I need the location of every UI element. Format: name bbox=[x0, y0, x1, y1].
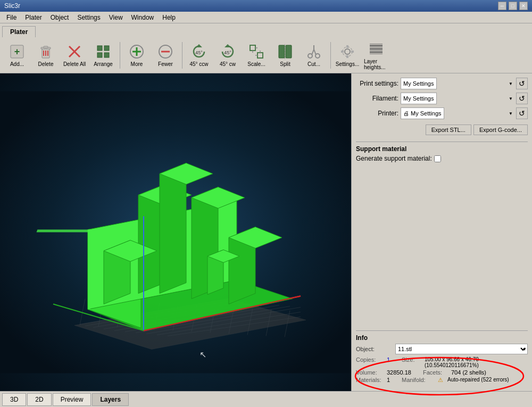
generate-support-checkbox[interactable] bbox=[434, 155, 441, 162]
size-label: Size: bbox=[402, 356, 420, 368]
tab-3d[interactable]: 3D bbox=[2, 393, 26, 406]
svg-rect-10 bbox=[97, 46, 102, 51]
info-title: Info bbox=[356, 334, 528, 342]
rotate-cw-label: 45° cw bbox=[220, 61, 236, 67]
printer-select-wrapper: 🖨 My Settings ▼ bbox=[401, 107, 514, 119]
svg-text:+: + bbox=[14, 46, 20, 57]
filament-select[interactable]: My Settings bbox=[401, 93, 437, 104]
rotate-cw-button[interactable]: 45° 45° cw bbox=[214, 40, 242, 71]
support-material-row: Generate support material: bbox=[356, 155, 528, 162]
tab-plater[interactable]: Plater bbox=[2, 26, 36, 37]
delete-button[interactable]: Delete bbox=[32, 40, 60, 71]
fewer-button[interactable]: Fewer bbox=[152, 40, 179, 71]
menu-view[interactable]: View bbox=[105, 13, 127, 22]
tab-layers[interactable]: Layers bbox=[92, 393, 129, 406]
menu-object[interactable]: Object bbox=[46, 13, 73, 22]
app-title: Slic3r bbox=[4, 2, 20, 10]
arrange-button[interactable]: Arrange bbox=[89, 40, 117, 71]
filament-select-wrapper: My Settings ▼ bbox=[401, 93, 514, 104]
export-stl-button[interactable]: Export STL... bbox=[426, 124, 471, 135]
materials-label: Materials: bbox=[356, 377, 383, 384]
window-controls[interactable]: ─ □ ✕ bbox=[498, 2, 528, 10]
maximize-button[interactable]: □ bbox=[509, 2, 517, 10]
filament-refresh-btn[interactable]: ↺ bbox=[516, 93, 528, 104]
printer-refresh-btn[interactable]: ↺ bbox=[516, 107, 528, 119]
svg-rect-42 bbox=[351, 51, 354, 53]
print-settings-refresh-btn[interactable]: ↺ bbox=[516, 78, 528, 89]
filament-label: Filament: bbox=[356, 95, 398, 102]
manifold-warning-icon: ⚠ bbox=[438, 377, 443, 384]
facets-value: 704 (2 shells) bbox=[451, 369, 486, 376]
tab-preview[interactable]: Preview bbox=[53, 393, 92, 406]
export-gcode-button[interactable]: Export G-code... bbox=[473, 124, 528, 135]
svg-rect-24 bbox=[257, 53, 263, 58]
svg-rect-23 bbox=[250, 45, 255, 51]
menu-help[interactable]: Help bbox=[158, 13, 180, 22]
tab-2d[interactable]: 2D bbox=[27, 393, 51, 406]
copies-value: 1 bbox=[387, 356, 397, 368]
tab-bar: Plater bbox=[0, 23, 532, 37]
main-content: ↖ Print settings: My Settings ▼ ↺ Filame… bbox=[0, 73, 532, 391]
menu-plater[interactable]: Plater bbox=[21, 13, 46, 22]
menu-file[interactable]: File bbox=[2, 13, 21, 22]
svg-rect-12 bbox=[97, 53, 102, 57]
title-bar: Slic3r ─ □ ✕ bbox=[0, 0, 532, 12]
layer-heights-label: Layer heights... bbox=[364, 59, 388, 70]
menu-settings[interactable]: Settings bbox=[73, 13, 104, 22]
svg-rect-91 bbox=[88, 230, 90, 310]
more-button[interactable]: More bbox=[123, 40, 151, 71]
printer-label: Printer: bbox=[356, 110, 398, 117]
svg-rect-41 bbox=[341, 51, 344, 53]
delete-icon bbox=[37, 43, 54, 60]
split-icon bbox=[277, 43, 294, 60]
scale-button[interactable]: Scale... bbox=[243, 40, 270, 71]
split-button[interactable]: Split bbox=[271, 40, 299, 71]
menu-window[interactable]: Window bbox=[127, 13, 159, 22]
manifold-value: Auto-repaired (522 errors) bbox=[447, 377, 509, 384]
minimize-button[interactable]: ─ bbox=[498, 2, 506, 10]
fewer-label: Fewer bbox=[158, 61, 173, 67]
object-label: Object: bbox=[356, 346, 393, 352]
more-icon bbox=[128, 43, 145, 60]
layer-heights-icon bbox=[368, 40, 385, 57]
print-settings-select[interactable]: My Settings bbox=[401, 78, 437, 89]
print-settings-row: Print settings: My Settings ▼ ↺ bbox=[356, 78, 528, 89]
object-select[interactable]: 11.stl bbox=[395, 344, 528, 354]
object-select-wrapper: 11.stl ▼ bbox=[395, 344, 528, 354]
print-settings-select-wrapper: My Settings ▼ bbox=[401, 78, 514, 89]
cut-button[interactable]: Cut... bbox=[300, 40, 328, 71]
delete-all-button[interactable]: Delete All bbox=[61, 40, 88, 71]
settings-button[interactable]: Settings... bbox=[334, 40, 361, 71]
svg-rect-40 bbox=[346, 55, 348, 58]
layer-heights-button[interactable]: Layer heights... bbox=[362, 40, 390, 71]
delete-all-icon bbox=[66, 43, 83, 60]
volume-label: Volume: bbox=[356, 369, 383, 376]
toolbar: + Add... Delete Delete All bbox=[0, 37, 532, 73]
split-label: Split bbox=[280, 61, 290, 67]
delete-label: Delete bbox=[38, 61, 54, 67]
svg-rect-4 bbox=[44, 46, 48, 48]
rotate-cw-icon: 45° bbox=[219, 43, 236, 60]
delete-all-label: Delete All bbox=[63, 61, 86, 67]
svg-point-38 bbox=[343, 47, 352, 56]
filament-row: Filament: My Settings ▼ ↺ bbox=[356, 93, 528, 104]
svg-rect-30 bbox=[286, 45, 292, 58]
size-value: 105.00 x 96.66 x 46.70 (10.5540120116671… bbox=[425, 356, 528, 368]
printer-select[interactable]: 🖨 My Settings bbox=[401, 107, 444, 119]
support-material-title: Support material bbox=[356, 145, 528, 153]
menu-bar: File Plater Object Settings View Window … bbox=[0, 12, 532, 23]
rotate-ccw-button[interactable]: 45° 45° ccw bbox=[185, 40, 213, 71]
printer-arrow: ▼ bbox=[509, 111, 513, 116]
viewport-3d[interactable]: ↖ bbox=[0, 73, 351, 391]
close-button[interactable]: ✕ bbox=[519, 2, 528, 10]
right-panel: Print settings: My Settings ▼ ↺ Filament… bbox=[351, 73, 532, 391]
separator-1 bbox=[120, 42, 120, 69]
svg-rect-29 bbox=[279, 45, 285, 58]
svg-rect-39 bbox=[346, 45, 348, 48]
svg-text:↖: ↖ bbox=[200, 350, 206, 359]
volume-value: 32850.18 bbox=[387, 369, 419, 376]
printer-row: Printer: 🖨 My Settings ▼ ↺ bbox=[356, 107, 528, 119]
generate-support-label: Generate support material: bbox=[356, 155, 432, 162]
print-settings-label: Print settings: bbox=[356, 80, 398, 87]
add-button[interactable]: + Add... bbox=[3, 40, 31, 71]
